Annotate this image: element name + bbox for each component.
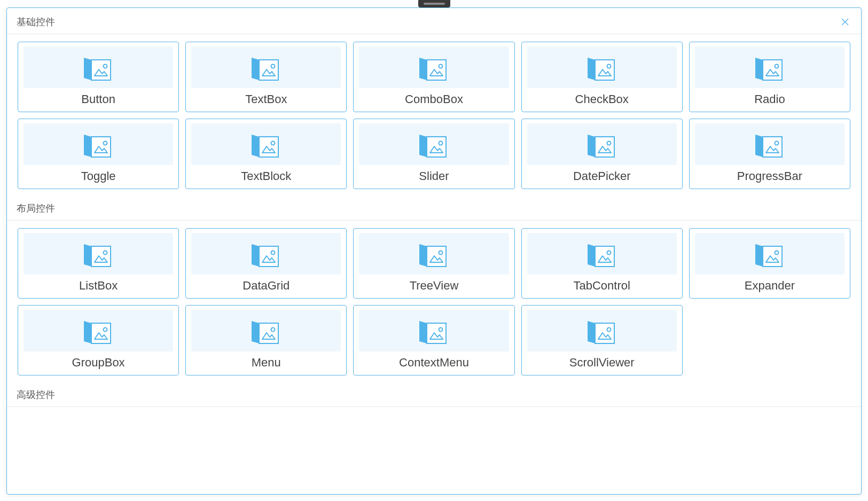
- section-header-basic: 基础控件: [7, 8, 861, 34]
- control-radio[interactable]: Radio: [689, 42, 850, 112]
- folder-image-icon: [585, 53, 619, 81]
- card-label: ComboBox: [405, 92, 463, 106]
- card-thumbnail: [191, 310, 341, 351]
- folder-image-icon: [249, 317, 283, 345]
- card-label: Button: [81, 92, 115, 106]
- layout-controls-grid: ListBox DataGrid TreeView TabControl Exp…: [7, 221, 861, 379]
- control-datepicker[interactable]: DatePicker: [521, 119, 683, 189]
- card-thumbnail: [359, 233, 509, 275]
- control-palette-panel: 基础控件 Button TextBox ComboBox CheckBox Ra…: [6, 7, 862, 495]
- section-title-basic: 基础控件: [17, 15, 55, 28]
- card-thumbnail: [24, 310, 173, 351]
- card-label: TextBox: [245, 92, 287, 106]
- control-scrollviewer[interactable]: ScrollViewer: [521, 305, 683, 375]
- folder-image-icon: [585, 240, 619, 268]
- card-thumbnail: [24, 123, 173, 165]
- card-label: TextBlock: [241, 169, 291, 183]
- card-label: Expander: [745, 279, 795, 293]
- card-label: CheckBox: [575, 92, 629, 106]
- card-label: ContextMenu: [399, 356, 469, 370]
- control-toggle[interactable]: Toggle: [18, 119, 179, 189]
- folder-image-icon: [249, 53, 283, 81]
- folder-image-icon: [249, 240, 283, 268]
- card-label: TreeView: [410, 279, 459, 293]
- control-combobox[interactable]: ComboBox: [353, 42, 514, 112]
- folder-image-icon: [753, 53, 786, 81]
- control-groupbox[interactable]: GroupBox: [18, 305, 179, 375]
- card-label: DatePicker: [573, 169, 631, 183]
- card-thumbnail: [191, 46, 341, 88]
- folder-image-icon: [585, 317, 619, 345]
- control-expander[interactable]: Expander: [689, 228, 850, 299]
- card-thumbnail: [695, 233, 844, 275]
- control-button[interactable]: Button: [18, 42, 179, 112]
- folder-image-icon: [417, 240, 450, 268]
- card-thumbnail: [359, 123, 509, 165]
- window-drag-handle[interactable]: [418, 0, 450, 7]
- card-thumbnail: [695, 123, 844, 165]
- control-textbox[interactable]: TextBox: [185, 42, 347, 112]
- folder-image-icon: [82, 53, 115, 81]
- card-label: Radio: [754, 92, 785, 106]
- card-thumbnail: [191, 233, 341, 275]
- card-label: Toggle: [81, 169, 116, 183]
- control-checkbox[interactable]: CheckBox: [521, 42, 683, 112]
- card-thumbnail: [527, 46, 677, 88]
- card-thumbnail: [527, 310, 677, 351]
- card-thumbnail: [527, 123, 677, 165]
- control-contextmenu[interactable]: ContextMenu: [353, 305, 514, 375]
- card-thumbnail: [695, 46, 844, 88]
- card-thumbnail: [359, 46, 509, 88]
- folder-image-icon: [417, 53, 450, 81]
- folder-image-icon: [82, 317, 115, 345]
- control-progressbar[interactable]: ProgressBar: [689, 119, 850, 189]
- folder-image-icon: [417, 317, 450, 345]
- folder-image-icon: [585, 130, 619, 158]
- basic-controls-grid: Button TextBox ComboBox CheckBox Radio T…: [7, 34, 861, 192]
- control-treeview[interactable]: TreeView: [353, 228, 514, 299]
- card-thumbnail: [24, 46, 173, 88]
- card-thumbnail: [191, 123, 341, 165]
- card-label: Menu: [252, 356, 281, 370]
- folder-image-icon: [753, 240, 786, 268]
- close-button[interactable]: [839, 15, 851, 28]
- card-label: ScrollViewer: [569, 356, 635, 370]
- card-label: ListBox: [79, 279, 118, 293]
- section-title-advanced: 高级控件: [7, 379, 861, 407]
- folder-image-icon: [82, 240, 115, 268]
- close-icon: [840, 17, 850, 27]
- folder-image-icon: [82, 130, 115, 158]
- control-menu[interactable]: Menu: [185, 305, 347, 375]
- card-label: GroupBox: [72, 356, 125, 370]
- control-tabcontrol[interactable]: TabControl: [521, 228, 683, 299]
- card-thumbnail: [359, 310, 509, 351]
- card-label: ProgressBar: [737, 169, 802, 183]
- section-title-layout: 布局控件: [7, 192, 861, 221]
- card-label: DataGrid: [243, 279, 290, 293]
- control-textblock[interactable]: TextBlock: [185, 119, 347, 189]
- control-listbox[interactable]: ListBox: [18, 228, 179, 299]
- card-label: TabControl: [574, 279, 630, 293]
- control-slider[interactable]: Slider: [353, 119, 514, 189]
- folder-image-icon: [753, 130, 786, 158]
- folder-image-icon: [417, 130, 450, 158]
- card-thumbnail: [24, 233, 173, 275]
- card-thumbnail: [527, 233, 677, 275]
- folder-image-icon: [249, 130, 283, 158]
- card-label: Slider: [419, 169, 449, 183]
- control-datagrid[interactable]: DataGrid: [185, 228, 347, 299]
